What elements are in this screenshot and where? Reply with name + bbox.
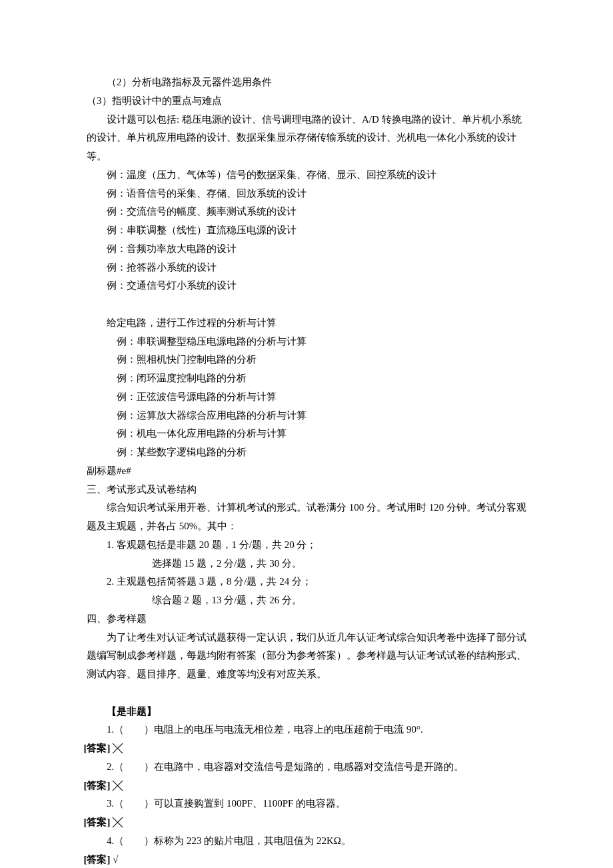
ex-design-3: 例：串联调整（线性）直流稳压电源的设计 bbox=[87, 221, 526, 240]
s3-li1: 1. 客观题包括是非题 20 题，1 分/题，共 20 分； bbox=[87, 536, 526, 555]
s3-li1b: 选择题 15 题，2 分/题，共 30 分。 bbox=[87, 555, 526, 573]
design-intro: 设计题可以包括: 稳压电源的设计、信号调理电路的设计、A/D 转换电路的设计、单… bbox=[87, 111, 526, 166]
s3-li2b: 综合题 2 题，13 分/题，共 26 分。 bbox=[87, 591, 526, 610]
ex-analysis-3: 例：正弦波信号源电路的分析与计算 bbox=[87, 388, 526, 407]
item-2: （2）分析电路指标及元器件选用条件 bbox=[87, 73, 526, 92]
tf-header: 【是非题】 bbox=[87, 703, 526, 721]
tf-a3: [答案] ╳ bbox=[84, 813, 527, 832]
tf-a2: [答案] ╳ bbox=[84, 777, 527, 795]
tf-q4: 4.（ ）标称为 223 的贴片电阻，其电阻值为 22KΩ。 bbox=[87, 832, 526, 851]
tf-a4: [答案] √ bbox=[84, 851, 527, 869]
analysis-intro: 给定电路，进行工作过程的分析与计算 bbox=[87, 314, 526, 333]
s3-li2: 2. 主观题包括简答题 3 题，8 分/题，共 24 分； bbox=[87, 573, 526, 591]
ex-design-4: 例：音频功率放大电路的设计 bbox=[87, 240, 526, 259]
tf-a1: [答案] ╳ bbox=[84, 739, 527, 758]
item-3: （3）指明设计中的重点与难点 bbox=[87, 92, 526, 111]
s3-p1: 综合知识考试采用开卷、计算机考试的形式。试卷满分 100 分。考试用时 120 … bbox=[87, 499, 526, 536]
ex-analysis-0: 例：串联调整型稳压电源电路的分析与计算 bbox=[87, 333, 526, 351]
ex-analysis-6: 例：某些数字逻辑电路的分析 bbox=[87, 443, 526, 462]
tf-q1: 1.（ ）电阻上的电压与电流无相位差，电容上的电压超前于电流 90°. bbox=[87, 721, 526, 739]
ex-design-2: 例：交流信号的幅度、频率测试系统的设计 bbox=[87, 203, 526, 221]
subtitle-tag: 副标题#e# bbox=[87, 462, 526, 481]
ex-analysis-5: 例：机电一体化应用电路的分析与计算 bbox=[87, 425, 526, 443]
ex-design-5: 例：抢答器小系统的设计 bbox=[87, 259, 526, 277]
heading-3: 三、考试形式及试卷结构 bbox=[87, 481, 526, 499]
s4-p1: 为了让考生对认证考试试题获得一定认识，我们从近几年认证考试综合知识考卷中选择了部… bbox=[87, 629, 526, 684]
tf-q3: 3.（ ）可以直接购置到 100PF、1100PF 的电容器。 bbox=[87, 795, 526, 813]
ex-design-0: 例：温度（压力、气体等）信号的数据采集、存储、显示、回控系统的设计 bbox=[87, 166, 526, 185]
ex-design-1: 例：语音信号的采集、存储、回放系统的设计 bbox=[87, 185, 526, 203]
ex-analysis-2: 例：闭环温度控制电路的分析 bbox=[87, 369, 526, 388]
ex-analysis-4: 例：运算放大器综合应用电路的分析与计算 bbox=[87, 407, 526, 425]
ex-analysis-1: 例：照相机快门控制电路的分析 bbox=[87, 351, 526, 369]
heading-4: 四、参考样题 bbox=[87, 610, 526, 629]
tf-q2: 2.（ ）在电路中，电容器对交流信号是短路的，电感器对交流信号是开路的。 bbox=[87, 758, 526, 777]
ex-design-6: 例：交通信号灯小系统的设计 bbox=[87, 277, 526, 295]
